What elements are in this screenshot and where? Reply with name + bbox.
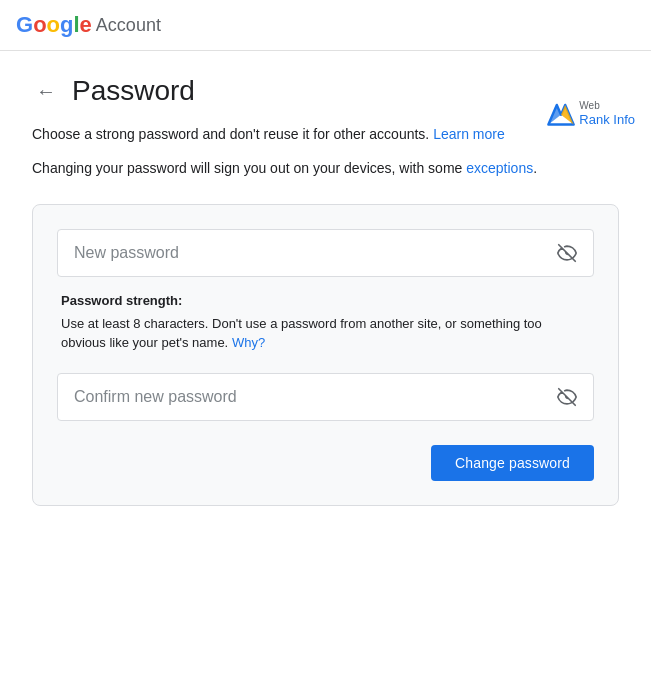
back-button[interactable]: ←: [32, 76, 60, 107]
strength-desc-text: Use at least 8 characters. Don't use a p…: [61, 316, 542, 351]
confirm-password-wrapper: [57, 373, 594, 421]
exceptions-link[interactable]: exceptions: [466, 160, 533, 176]
new-password-input[interactable]: [57, 229, 594, 277]
description-line2-text: Changing your password will sign you out…: [32, 160, 462, 176]
confirm-password-toggle-visibility[interactable]: [554, 384, 580, 410]
learn-more-link[interactable]: Learn more: [433, 126, 505, 142]
title-row: ← Password: [32, 75, 619, 107]
password-form-card: Password strength: Use at least 8 charac…: [32, 204, 619, 506]
eye-slash-icon: [556, 242, 578, 264]
description-line1-text: Choose a strong password and don't reuse…: [32, 126, 429, 142]
new-password-wrapper: [57, 229, 594, 277]
page-title: Password: [72, 75, 195, 107]
new-password-toggle-visibility[interactable]: [554, 240, 580, 266]
confirm-password-input[interactable]: [57, 373, 594, 421]
google-logo[interactable]: Google Account: [16, 12, 161, 38]
eye-slash-icon-confirm: [556, 386, 578, 408]
strength-description: Use at least 8 characters. Don't use a p…: [61, 314, 590, 353]
description-line2-end: .: [533, 160, 537, 176]
why-link[interactable]: Why?: [232, 335, 265, 350]
google-account-label: Account: [96, 15, 161, 36]
rank-info-text: Web Rank Info: [579, 100, 635, 128]
strength-label: Password strength:: [61, 293, 590, 308]
description-line2: Changing your password will sign you out…: [32, 157, 619, 179]
app-header: Google Account: [0, 0, 651, 51]
rank-info-badge: Web Rank Info: [547, 100, 635, 128]
password-strength-section: Password strength: Use at least 8 charac…: [57, 293, 594, 353]
rank-info-logo-icon: [547, 102, 575, 126]
back-arrow-icon: ←: [36, 80, 56, 103]
button-row: Change password: [57, 445, 594, 481]
change-password-button[interactable]: Change password: [431, 445, 594, 481]
rank-info-web-label: Web: [579, 100, 635, 112]
google-g-letter: Google: [16, 12, 92, 38]
description-line1: Choose a strong password and don't reuse…: [32, 123, 619, 145]
rank-info-name-label: Rank Info: [579, 112, 635, 128]
